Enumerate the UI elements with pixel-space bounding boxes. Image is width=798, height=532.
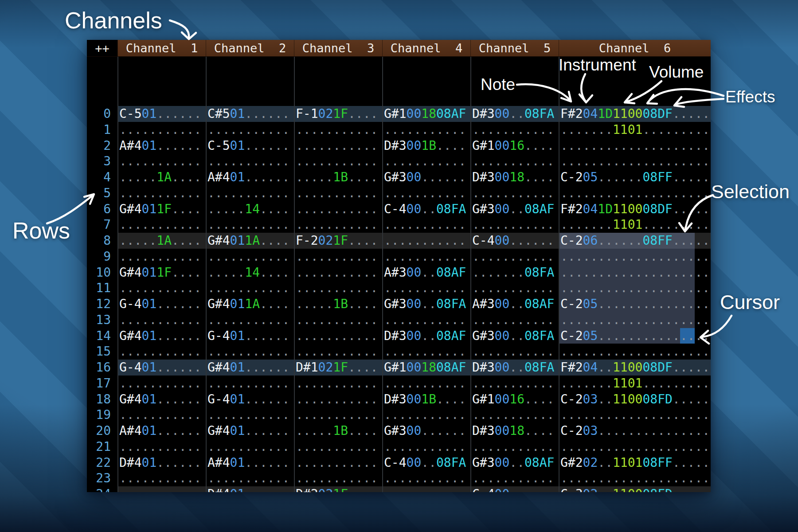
pattern-cell-ch2[interactable]: D#401......	[206, 486, 294, 492]
pattern-cell-ch2[interactable]: ...........	[206, 407, 294, 423]
pattern-cell-ch3[interactable]: ...........	[294, 376, 382, 391]
pattern-cell-ch3[interactable]: F-2021F....	[294, 233, 382, 249]
pattern-cell-ch2[interactable]: ...........	[206, 153, 294, 169]
pattern-cell-ch5[interactable]: ...........	[470, 344, 559, 360]
pattern-cell-ch2[interactable]: ...........	[206, 439, 294, 455]
pattern-cell-ch3[interactable]: D#1021F....	[294, 360, 382, 376]
pattern-cell-ch1[interactable]: ...........	[117, 376, 206, 391]
pattern-cell-ch1[interactable]: ...........	[117, 185, 206, 201]
pattern-cell-ch3[interactable]: .....1B....	[294, 169, 382, 185]
pattern-cell-ch3[interactable]: ...........	[294, 122, 382, 138]
pattern-cell-ch5[interactable]: ...........	[470, 122, 559, 138]
pattern-cell-ch5[interactable]: D#30018....	[470, 169, 559, 185]
pattern-cell-ch5[interactable]: ...........	[470, 312, 559, 328]
pattern-cell-ch1[interactable]: ...........	[117, 312, 206, 328]
pattern-cell-ch3[interactable]: ...........	[294, 328, 382, 344]
pattern-cell-ch5[interactable]: G#300..08FA	[470, 328, 559, 344]
pattern-cell-ch4[interactable]: ...........	[382, 486, 470, 492]
pattern-cell-ch5[interactable]: G#300..08AF	[470, 201, 559, 217]
pattern-cell-ch4[interactable]: ...........	[382, 312, 470, 328]
channel-header-5[interactable]: Channel 5	[470, 40, 559, 56]
pattern-cell-ch6[interactable]: ....................	[559, 249, 711, 265]
pattern-cell-ch1[interactable]: ...........	[117, 344, 206, 360]
pattern-cell-ch4[interactable]: ...........	[382, 233, 470, 249]
pattern-cell-ch3[interactable]: ...........	[294, 249, 382, 265]
pattern-cell-ch2[interactable]: ...........	[206, 185, 294, 201]
pattern-cell-ch5[interactable]: D#30018....	[470, 423, 559, 439]
pattern-cell-ch1[interactable]: A#401......	[117, 423, 206, 439]
pattern-cell-ch2[interactable]: C-501......	[206, 138, 294, 154]
pattern-cell-ch1[interactable]: ...........	[117, 407, 206, 423]
pattern-cell-ch3[interactable]: ...........	[294, 470, 382, 486]
pattern-corner-button[interactable]: ++	[87, 40, 117, 56]
pattern-cell-ch4[interactable]: ...........	[382, 280, 470, 296]
pattern-cell-ch6[interactable]: C-205......08FF.....	[559, 169, 711, 185]
pattern-cell-ch3[interactable]: ...........	[294, 344, 382, 360]
pattern-cell-ch2[interactable]: .....14....	[206, 201, 294, 217]
pattern-cell-ch3[interactable]: ...........	[294, 217, 382, 233]
pattern-cell-ch1[interactable]: D#401......	[117, 455, 206, 471]
pattern-cell-ch3[interactable]: ...........	[294, 201, 382, 217]
pattern-cell-ch4[interactable]: G#300..08FA	[382, 296, 470, 312]
pattern-cell-ch1[interactable]: ...........	[117, 280, 206, 296]
pattern-cell-ch4[interactable]: D#3001B....	[382, 138, 470, 154]
pattern-cell-ch1[interactable]: ...........	[117, 249, 206, 265]
pattern-cell-ch2[interactable]: ...........	[206, 122, 294, 138]
pattern-cell-ch4[interactable]: G#1001808AF	[382, 360, 470, 376]
pattern-cell-ch2[interactable]: G-401......	[206, 328, 294, 344]
pattern-cell-ch1[interactable]: .....1A....	[117, 233, 206, 249]
pattern-cell-ch5[interactable]: ...........	[470, 185, 559, 201]
pattern-cell-ch1[interactable]: ...........	[117, 470, 206, 486]
pattern-cell-ch5[interactable]: ...........	[470, 280, 559, 296]
pattern-cell-ch5[interactable]: G#10016....	[470, 138, 559, 154]
pattern-cell-ch1[interactable]: A#401......	[117, 138, 206, 154]
pattern-cell-ch1[interactable]: G-401......	[117, 296, 206, 312]
pattern-cell-ch4[interactable]: G#1001808AF	[382, 106, 470, 122]
pattern-cell-ch5[interactable]: G#300..08AF	[470, 455, 559, 471]
pattern-cell-ch5[interactable]: D#300..08FA	[470, 360, 559, 376]
pattern-cell-ch4[interactable]: ...........	[382, 376, 470, 391]
pattern-cell-ch3[interactable]: ...........	[294, 391, 382, 407]
pattern-cell-ch2[interactable]: G#4011A....	[206, 233, 294, 249]
pattern-cell-ch1[interactable]: G#4011F....	[117, 201, 206, 217]
pattern-cell-ch3[interactable]: D#2021F....	[294, 486, 382, 492]
pattern-cell-ch6[interactable]: ....................	[559, 439, 711, 455]
pattern-cell-ch1[interactable]: ...........	[117, 153, 206, 169]
pattern-cell-ch2[interactable]: A#401......	[206, 169, 294, 185]
pattern-cell-ch3[interactable]: ...........	[294, 280, 382, 296]
pattern-cell-ch2[interactable]: G-401......	[206, 391, 294, 407]
pattern-cell-ch1[interactable]: C-501......	[117, 106, 206, 122]
pattern-cell-ch5[interactable]: ...........	[470, 376, 559, 391]
pattern-cell-ch4[interactable]: ...........	[382, 249, 470, 265]
pattern-cell-ch2[interactable]: ...........	[206, 344, 294, 360]
pattern-cell-ch6[interactable]: ....................	[559, 344, 711, 360]
pattern-cell-ch3[interactable]: ...........	[294, 185, 382, 201]
pattern-cell-ch4[interactable]: D#3001B....	[382, 391, 470, 407]
pattern-cell-ch6[interactable]: C-205...............	[559, 296, 711, 312]
pattern-cell-ch5[interactable]: ...........	[470, 407, 559, 423]
pattern-cell-ch4[interactable]: A#300..08AF	[382, 265, 470, 281]
pattern-cell-ch3[interactable]: ...........	[294, 455, 382, 471]
pattern-cell-ch1[interactable]: G-401......	[117, 360, 206, 376]
pattern-cell-ch6[interactable]: F#2041D110008DF.....	[559, 106, 711, 122]
pattern-cell-ch4[interactable]: ...........	[382, 344, 470, 360]
channel-header-2[interactable]: Channel 2	[206, 40, 294, 56]
pattern-grid[interactable]: 0C-501......C#501......F-1021F....G#1001…	[87, 57, 711, 492]
pattern-cell-ch6[interactable]: G#202..110108FF.....	[559, 455, 711, 471]
pattern-cell-ch4[interactable]: ...........	[382, 153, 470, 169]
pattern-cell-ch6[interactable]: C-205...............	[559, 328, 711, 344]
pattern-cell-ch4[interactable]: ...........	[382, 470, 470, 486]
pattern-cell-ch5[interactable]: ...........	[470, 153, 559, 169]
pattern-cell-ch4[interactable]: ...........	[382, 217, 470, 233]
pattern-cell-ch2[interactable]: ...........	[206, 280, 294, 296]
pattern-cell-ch1[interactable]: ...........	[117, 439, 206, 455]
pattern-cell-ch2[interactable]: .....14....	[206, 265, 294, 281]
pattern-cell-ch6[interactable]: ....................	[559, 280, 711, 296]
pattern-cell-ch6[interactable]: C-203...............	[559, 423, 711, 439]
pattern-cell-ch4[interactable]: ...........	[382, 122, 470, 138]
pattern-cell-ch1[interactable]: G#4011F....	[117, 265, 206, 281]
pattern-cell-ch1[interactable]: G#401......	[117, 391, 206, 407]
pattern-cell-ch6[interactable]: C-203..110008FD.....	[559, 391, 711, 407]
channel-header-4[interactable]: Channel 4	[382, 40, 470, 56]
pattern-cell-ch5[interactable]: ...........	[470, 249, 559, 265]
